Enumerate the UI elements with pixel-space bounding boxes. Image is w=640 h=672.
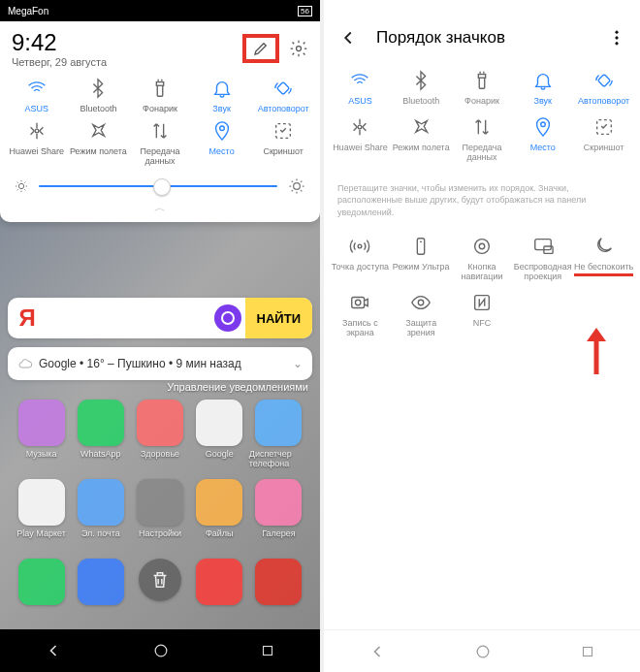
qs-label: Режим Ультра — [393, 263, 450, 272]
qs-label: Скриншот — [584, 144, 624, 153]
weather-card[interactable]: Google • 16° – Пушкино • 9 мин назад ⌄ — [8, 347, 312, 380]
app-icon[interactable] — [249, 559, 308, 608]
app-tile — [78, 479, 124, 526]
qs-toggle-huaweishare[interactable]: Huawei Share — [330, 112, 391, 165]
bluetooth-icon — [410, 68, 432, 93]
qs-toggle-dnd[interactable]: Не беспокоить — [573, 232, 634, 284]
qs-toggle-screenshot[interactable]: Скриншот — [252, 118, 314, 167]
app-tile — [78, 559, 124, 605]
qs-toggle-mobiledata[interactable]: Передача данных — [129, 118, 191, 167]
qs-toggle-rotate[interactable]: Автоповорот — [252, 76, 314, 114]
qs-toggle-screenshot[interactable]: Скриншот — [573, 112, 634, 165]
location-icon — [211, 118, 233, 144]
qs-toggle-navbutton[interactable]: Кнопка навигации — [452, 232, 513, 284]
app-label: Здоровье — [141, 449, 179, 459]
more-icon[interactable] — [607, 28, 626, 48]
qs-toggle-location[interactable]: Место — [512, 112, 573, 165]
qs-toggle-location[interactable]: Место — [191, 118, 253, 167]
rotate-icon — [272, 76, 294, 101]
qs-toggle-rotate[interactable]: Автоповорот — [573, 66, 634, 109]
app-tile — [78, 400, 124, 446]
app-tile — [137, 479, 183, 526]
sun-high-icon — [287, 176, 306, 196]
app-icon[interactable] — [71, 559, 130, 608]
bell-icon — [532, 68, 554, 93]
wifi-status-icon — [283, 5, 295, 16]
flashlight-icon — [149, 76, 171, 101]
app-icon[interactable] — [12, 559, 71, 608]
nav-recent-icon[interactable] — [259, 642, 276, 659]
app-label: Эл. почта — [81, 528, 120, 538]
qs-toggle-bell[interactable]: Звук — [512, 66, 573, 109]
qs-toggle-airplane[interactable]: Режим полета — [391, 112, 452, 165]
nav-back-icon[interactable] — [44, 641, 63, 660]
back-icon[interactable] — [337, 27, 359, 48]
nav-home-icon[interactable] — [473, 642, 493, 661]
gear-icon[interactable] — [289, 39, 308, 58]
qs-toggle-bluetooth[interactable]: Bluetooth — [391, 66, 452, 109]
app-label: WhatsApp — [80, 449, 121, 459]
edit-button-highlighted[interactable] — [242, 34, 279, 63]
app-tile — [196, 559, 242, 605]
app-tile — [255, 479, 302, 526]
alice-icon[interactable] — [214, 304, 241, 332]
qs-label: Huawei Share — [333, 144, 388, 153]
app-icon[interactable]: Галерея — [249, 479, 308, 538]
app-icon[interactable]: Google — [190, 400, 249, 468]
qs-toggle-wifi[interactable]: ASUS — [6, 76, 68, 114]
brightness-slider[interactable] — [0, 175, 320, 200]
nav-home-icon[interactable] — [151, 641, 171, 660]
qs-toggle-cast[interactable]: Беспроводная проекция — [512, 232, 573, 284]
qs-label: Место — [209, 147, 235, 157]
chevron-up-icon[interactable]: ︿ — [0, 200, 320, 216]
qs-label: Не беспокоить — [574, 263, 633, 276]
qs-toggle-flashlight[interactable]: Фонарик — [129, 76, 191, 114]
qs-label: Режим полета — [393, 144, 450, 153]
qs-toggle-wifi[interactable]: ASUS — [330, 66, 391, 109]
app-icon[interactable] — [190, 559, 249, 608]
qs-label: Фонарик — [464, 97, 499, 107]
manage-notifications-link[interactable]: Управление уведомлениями — [167, 381, 308, 393]
dnd-icon — [593, 234, 615, 259]
qs-toggle-record[interactable]: Запись с экрана — [330, 288, 391, 340]
nav-back-icon[interactable] — [368, 642, 387, 661]
reorder-hint: Перетащите значки, чтобы изменить их пор… — [324, 173, 640, 229]
app-icon[interactable]: Настройки — [130, 479, 189, 538]
qs-toggle-bell[interactable]: Звук — [191, 76, 253, 114]
qs-toggle-ultra[interactable]: Режим Ультра — [391, 232, 452, 284]
app-icon[interactable]: Файлы — [190, 479, 249, 538]
app-icon[interactable] — [130, 559, 189, 608]
app-tile — [18, 479, 65, 526]
app-tile — [255, 559, 302, 605]
huaweishare-icon — [349, 114, 370, 140]
app-tile — [196, 479, 242, 526]
wifi-icon — [26, 76, 48, 101]
yandex-search-card[interactable]: Я НАЙТИ — [8, 298, 312, 338]
right-phone: Порядок значков ASUSBluetoothФонарикЗвук… — [324, 0, 640, 672]
app-tile — [18, 400, 65, 446]
app-icon[interactable]: Эл. почта — [71, 479, 130, 538]
app-icon[interactable]: WhatsApp — [71, 400, 130, 468]
find-button[interactable]: НАЙТИ — [245, 298, 312, 338]
qs-toggle-hotspot[interactable]: Точка доступа — [330, 232, 391, 284]
app-icon[interactable]: Диспетчер телефона — [249, 400, 308, 468]
qs-toggle-bluetooth[interactable]: Bluetooth — [68, 76, 130, 114]
qs-toggle-airplane[interactable]: Режим полета — [68, 118, 130, 167]
app-icon[interactable]: Здоровье — [130, 400, 189, 468]
qs-toggle-nfc[interactable]: NFC — [452, 288, 513, 340]
mobiledata-icon — [149, 118, 171, 144]
qs-toggle-mobiledata[interactable]: Передача данных — [452, 112, 513, 165]
app-label: Play Маркет — [16, 528, 65, 538]
qs-toggle-huaweishare[interactable]: Huawei Share — [6, 118, 68, 167]
nav-recent-icon[interactable] — [579, 643, 596, 660]
app-icon[interactable]: Музыка — [12, 400, 71, 468]
app-icon[interactable]: Play Маркет — [12, 479, 71, 538]
screenshot-icon — [593, 114, 615, 140]
qs-label: Bluetooth — [402, 97, 439, 107]
qs-toggle-eye[interactable]: Защита зрения — [391, 288, 452, 340]
nav-bar — [0, 629, 320, 672]
qs-toggle-flashlight[interactable]: Фонарик — [452, 66, 513, 109]
red-arrow-annotation — [583, 328, 610, 378]
app-tile — [196, 400, 242, 446]
qs-label: ASUS — [25, 105, 49, 114]
